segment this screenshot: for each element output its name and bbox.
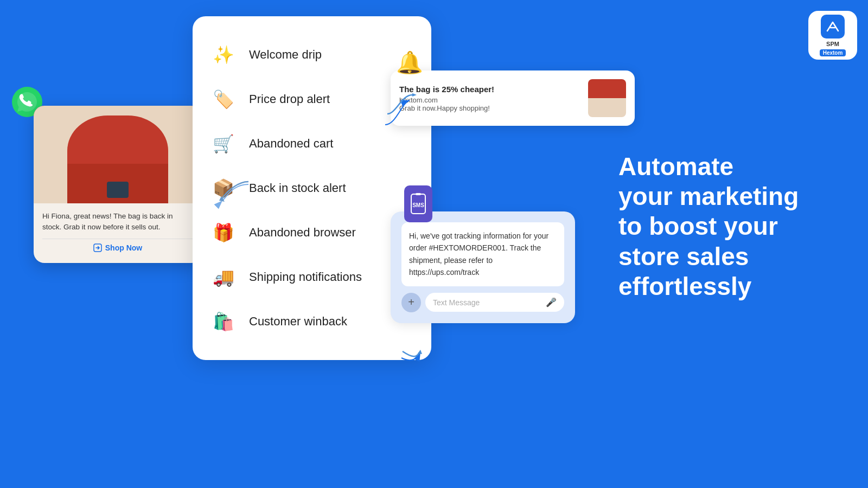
sms-placeholder: Text Message <box>433 298 480 307</box>
svg-text:SMS: SMS <box>412 202 424 208</box>
whatsapp-card: Hi Fiona, great news! The bag is back in… <box>34 106 202 263</box>
svg-rect-3 <box>416 193 421 195</box>
bell-icon: 🔔 <box>396 50 423 75</box>
welcome-drip-label: Welcome drip <box>249 48 322 62</box>
price-popup-image <box>588 79 626 117</box>
price-drop-icon: 🏷️ <box>209 85 238 114</box>
price-drop-label: Price drop alert <box>249 92 330 106</box>
customer-winback-icon: 🛍️ <box>209 307 238 336</box>
price-popup-message: Grab it now.Happy shopping! <box>399 104 582 112</box>
spm-brand: SPM <box>826 41 839 47</box>
sms-icon-badge: SMS <box>404 185 432 222</box>
shipping-icon: 🚚 <box>209 262 238 292</box>
sms-text-input[interactable]: Text Message 🎤 <box>425 293 564 312</box>
back-in-stock-icon: 📦 <box>209 174 238 203</box>
back-in-stock-label: Back in stock alert <box>249 181 346 195</box>
whatsapp-card-image <box>34 106 202 203</box>
headline-line1: Automate <box>618 152 733 181</box>
whatsapp-message: Hi Fiona, great news! The bag is back in… <box>42 211 193 233</box>
spm-logo-icon <box>821 15 845 38</box>
card-divider <box>42 239 193 239</box>
abandoned-cart-icon: 🛒 <box>209 129 238 158</box>
price-drop-popup: 🔔 The bag is 25% cheaper! hextom.com Gra… <box>391 70 635 126</box>
microphone-icon: 🎤 <box>546 297 557 307</box>
spm-logo: SPM Hextom <box>808 11 857 60</box>
feature-item-back-in-stock: 📦 Back in stock alert <box>193 166 431 210</box>
spm-subtext: Hextom <box>820 49 846 56</box>
headline-block: Automate your marketing to boost your st… <box>618 152 825 301</box>
welcome-drip-icon: ✨ <box>209 40 238 69</box>
headline-line3: to boost your <box>618 212 778 240</box>
customer-winback-label: Customer winback <box>249 314 347 329</box>
abandoned-browser-label: Abandoned browser <box>249 226 356 240</box>
headline-line2: your marketing <box>618 182 799 210</box>
sms-input-row: + Text Message 🎤 <box>401 293 564 312</box>
headline-line4: store sales <box>618 242 749 271</box>
abandoned-browser-icon: 🎁 <box>209 218 238 247</box>
price-popup-content: The bag is 25% cheaper! hextom.com Grab … <box>399 85 582 112</box>
sms-message: Hi, we've got tracking information for y… <box>401 222 564 286</box>
price-popup-title: The bag is 25% cheaper! <box>399 85 582 94</box>
whatsapp-cta[interactable]: Shop Now <box>42 243 193 252</box>
shipping-label: Shipping notifications <box>249 270 362 284</box>
shop-now-label[interactable]: Shop Now <box>105 243 142 252</box>
headline: Automate your marketing to boost your st… <box>618 152 825 301</box>
abandoned-cart-label: Abandoned cart <box>249 137 333 151</box>
sms-popup: SMS Hi, we've got tracking information f… <box>391 211 575 323</box>
feature-item-welcome-drip: ✨ Welcome drip <box>193 33 431 77</box>
feature-item-abandoned-cart: 🛒 Abandoned cart <box>193 121 431 166</box>
headline-line5: effortlessly <box>618 272 751 300</box>
price-popup-url: hextom.com <box>399 96 582 104</box>
sms-add-button[interactable]: + <box>401 293 421 312</box>
